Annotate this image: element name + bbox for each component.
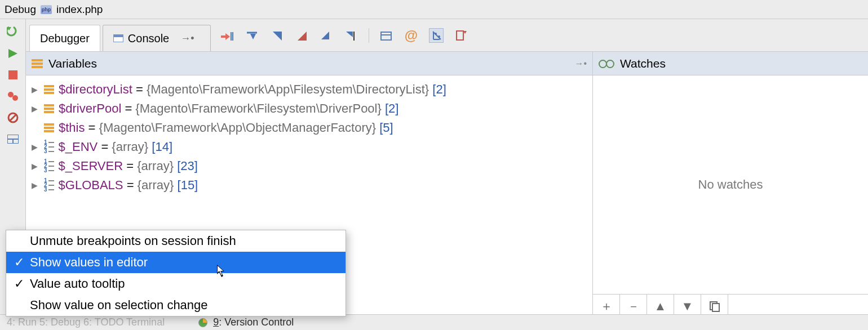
array-icon: 123 [44, 179, 54, 192]
checkmark-icon: ✓ [14, 255, 24, 270]
watches-icon [599, 60, 614, 68]
step-into-icon[interactable] [269, 28, 284, 43]
console-icon [113, 34, 123, 42]
variables-title: Variables [48, 57, 97, 70]
tab-debugger-label: Debugger [40, 32, 90, 45]
object-icon [44, 123, 54, 132]
menu-item-show-value-on-selection-change[interactable]: Show value on selection change [6, 295, 346, 316]
svg-marker-18 [346, 32, 353, 37]
svg-point-25 [435, 33, 437, 35]
variables-header-icon [32, 59, 43, 68]
version-control-tab[interactable]: 9: Version Control [213, 316, 294, 328]
watches-pane: Watches No watches ＋ － ▲ ▼ [593, 52, 868, 318]
show-execution-point-icon[interactable] [220, 28, 234, 43]
toolbar-separator [369, 28, 369, 43]
variable-row[interactable]: ▶ $directoryList = {Magento\Framework\Ap… [26, 80, 592, 99]
array-icon: 123 [44, 140, 54, 154]
watches-empty-label: No watches [593, 75, 868, 294]
debug-tab-bar: Debugger Console →• @ [26, 19, 868, 52]
watches-header: Watches [593, 52, 868, 75]
resume-icon[interactable] [7, 47, 19, 60]
pin-frame-icon[interactable] [454, 28, 468, 43]
file-name-label: index.php [56, 3, 103, 16]
debug-settings-context-menu: Unmute breakpoints on session finish ✓ S… [6, 230, 346, 316]
array-icon: 123 [44, 159, 54, 173]
step-toolbar: @ [211, 19, 468, 51]
rerun-icon[interactable] [7, 26, 19, 38]
step-out-icon[interactable] [294, 28, 309, 43]
run-to-cursor-icon[interactable] [344, 28, 358, 43]
stop-icon[interactable] [7, 69, 19, 81]
svg-rect-2 [8, 70, 17, 79]
menu-item-show-values-in-editor[interactable]: ✓ Show values in editor [6, 252, 346, 273]
expand-icon[interactable]: ▶ [32, 181, 39, 190]
debug-mode-label: Debug [5, 3, 36, 16]
menu-item-value-auto-tooltip[interactable]: ✓ Value auto tooltip [6, 273, 346, 295]
force-step-into-icon[interactable] [319, 28, 334, 43]
watches-title: Watches [620, 57, 666, 70]
svg-marker-15 [273, 32, 282, 41]
svg-marker-10 [221, 33, 230, 40]
svg-line-6 [10, 114, 16, 121]
at-sign-icon[interactable]: @ [404, 28, 419, 43]
file-context-bar: Debug php index.php [0, 0, 868, 19]
settings-toggle-icon[interactable] [429, 28, 444, 43]
status-bar-faded-items: 4: Run 5: Debug 6: TODO Terminal [7, 316, 165, 328]
tab-console[interactable]: Console →• [103, 25, 211, 51]
svg-marker-16 [298, 32, 307, 41]
variable-row[interactable]: ▶ 123 $GLOBALS = {array} [15] [26, 176, 592, 195]
php-file-icon: php [41, 5, 52, 14]
checkmark-icon: ✓ [14, 277, 24, 291]
svg-rect-30 [712, 304, 719, 311]
object-icon [44, 104, 54, 113]
svg-line-22 [433, 32, 441, 39]
step-over-icon[interactable] [245, 28, 259, 43]
mouse-cursor-icon [216, 265, 227, 278]
variables-header: Variables →• [26, 52, 592, 75]
mute-breakpoints-icon[interactable] [7, 112, 19, 124]
version-control-icon [198, 318, 207, 327]
tab-debugger[interactable]: Debugger [29, 25, 100, 51]
expand-icon[interactable]: ▶ [32, 85, 39, 94]
expand-icon[interactable]: ▶ [32, 162, 39, 171]
status-bar: 4: Run 5: Debug 6: TODO Terminal 9: Vers… [0, 314, 868, 330]
svg-point-4 [12, 95, 18, 101]
variable-row[interactable]: ▶ 123 $_SERVER = {array} [23] [26, 157, 592, 176]
menu-item-unmute-breakpoints[interactable]: Unmute breakpoints on session finish [6, 230, 346, 252]
svg-point-26 [438, 35, 440, 38]
breakpoints-icon[interactable] [7, 90, 19, 102]
variable-row[interactable]: ▶ $driverPool = {Magento\Framework\Files… [26, 99, 592, 118]
tab-console-label: Console [128, 32, 169, 45]
object-icon [44, 85, 54, 94]
evaluate-expression-icon[interactable] [379, 28, 394, 43]
svg-point-3 [8, 92, 14, 97]
variables-pane-pin-icon[interactable]: →• [574, 59, 587, 69]
variable-row[interactable]: ▶ $this = {Magento\Framework\App\ObjectM… [26, 118, 592, 137]
pin-tab-icon[interactable]: →• [169, 33, 200, 44]
svg-rect-20 [381, 32, 391, 40]
svg-marker-1 [8, 49, 17, 58]
expand-icon[interactable]: ▶ [32, 142, 39, 151]
variable-row[interactable]: ▶ 123 $_ENV = {array} [14] [26, 137, 592, 157]
expand-icon[interactable]: ▶ [32, 104, 39, 113]
svg-marker-14 [250, 34, 256, 39]
svg-marker-17 [321, 32, 329, 39]
variables-list[interactable]: ▶ $directoryList = {Magento\Framework\Ap… [26, 75, 592, 199]
layout-settings-icon[interactable] [7, 133, 19, 145]
svg-rect-27 [457, 31, 463, 40]
